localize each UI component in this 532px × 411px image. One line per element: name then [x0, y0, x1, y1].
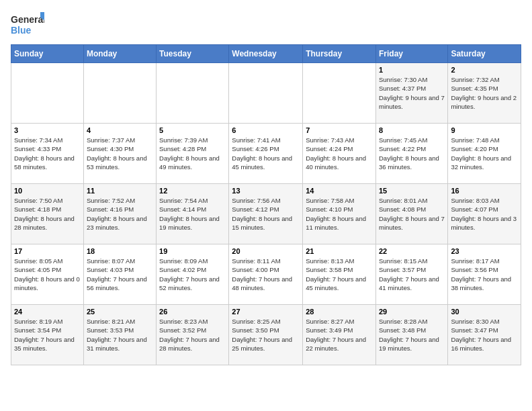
calendar-cell: 15Sunrise: 8:01 AM Sunset: 4:08 PM Dayli…: [375, 184, 447, 244]
day-number: 4: [87, 126, 153, 134]
day-info: Sunrise: 8:01 AM Sunset: 4:08 PM Dayligh…: [379, 196, 445, 232]
day-info: Sunrise: 8:23 AM Sunset: 3:52 PM Dayligh…: [159, 317, 226, 353]
calendar-week-2: 3Sunrise: 7:34 AM Sunset: 4:33 PM Daylig…: [11, 124, 521, 184]
calendar-week-4: 17Sunrise: 8:05 AM Sunset: 4:05 PM Dayli…: [11, 244, 521, 305]
calendar-cell: 9Sunrise: 7:48 AM Sunset: 4:20 PM Daylig…: [448, 124, 521, 184]
calendar-cell: 5Sunrise: 7:39 AM Sunset: 4:28 PM Daylig…: [157, 124, 229, 184]
calendar-cell: 27Sunrise: 8:25 AM Sunset: 3:50 PM Dayli…: [229, 305, 303, 365]
calendar-week-3: 10Sunrise: 7:50 AM Sunset: 4:18 PM Dayli…: [11, 184, 521, 244]
day-info: Sunrise: 7:37 AM Sunset: 4:30 PM Dayligh…: [87, 136, 153, 171]
day-info: Sunrise: 8:19 AM Sunset: 3:54 PM Dayligh…: [14, 317, 81, 353]
calendar-week-1: 1Sunrise: 7:30 AM Sunset: 4:37 PM Daylig…: [11, 63, 521, 124]
calendar-cell: 2Sunrise: 7:32 AM Sunset: 4:35 PM Daylig…: [448, 63, 521, 124]
calendar-cell: 10Sunrise: 7:50 AM Sunset: 4:18 PM Dayli…: [11, 184, 84, 244]
day-number: 5: [159, 126, 226, 134]
day-number: 10: [14, 187, 81, 195]
calendar-cell: 28Sunrise: 8:27 AM Sunset: 3:49 PM Dayli…: [303, 305, 376, 365]
calendar-cell: [229, 63, 303, 124]
day-info: Sunrise: 8:09 AM Sunset: 4:02 PM Dayligh…: [159, 257, 226, 292]
calendar-cell: 24Sunrise: 8:19 AM Sunset: 3:54 PM Dayli…: [11, 305, 84, 365]
calendar-cell: 30Sunrise: 8:30 AM Sunset: 3:47 PM Dayli…: [448, 305, 521, 365]
day-info: Sunrise: 8:30 AM Sunset: 3:47 PM Dayligh…: [451, 317, 518, 353]
calendar-cell: 6Sunrise: 7:41 AM Sunset: 4:26 PM Daylig…: [229, 124, 303, 184]
day-info: Sunrise: 8:27 AM Sunset: 3:49 PM Dayligh…: [306, 317, 373, 353]
calendar-cell: 16Sunrise: 8:03 AM Sunset: 4:07 PM Dayli…: [448, 184, 521, 244]
col-wednesday: Wednesday: [229, 45, 303, 63]
calendar-cell: [83, 63, 156, 124]
col-monday: Monday: [83, 45, 156, 63]
col-tuesday: Tuesday: [157, 45, 229, 63]
day-number: 6: [232, 126, 300, 134]
calendar-cell: [11, 63, 84, 124]
day-number: 27: [232, 308, 300, 316]
day-number: 22: [379, 247, 445, 255]
day-info: Sunrise: 7:52 AM Sunset: 4:16 PM Dayligh…: [87, 196, 153, 232]
col-thursday: Thursday: [303, 45, 376, 63]
day-info: Sunrise: 8:11 AM Sunset: 4:00 PM Dayligh…: [232, 257, 300, 292]
day-info: Sunrise: 8:05 AM Sunset: 4:05 PM Dayligh…: [14, 257, 81, 292]
calendar-week-5: 24Sunrise: 8:19 AM Sunset: 3:54 PM Dayli…: [11, 305, 521, 365]
calendar-cell: 13Sunrise: 7:56 AM Sunset: 4:12 PM Dayli…: [229, 184, 303, 244]
svg-text:General: General: [11, 14, 44, 25]
calendar-cell: 26Sunrise: 8:23 AM Sunset: 3:52 PM Dayli…: [157, 305, 229, 365]
calendar-cell: 19Sunrise: 8:09 AM Sunset: 4:02 PM Dayli…: [157, 244, 229, 305]
day-info: Sunrise: 7:30 AM Sunset: 4:37 PM Dayligh…: [379, 75, 445, 111]
day-info: Sunrise: 8:07 AM Sunset: 4:03 PM Dayligh…: [87, 257, 153, 292]
day-number: 12: [159, 187, 226, 195]
calendar-cell: [157, 63, 229, 124]
day-number: 11: [87, 187, 153, 195]
day-number: 18: [87, 247, 153, 255]
day-info: Sunrise: 7:58 AM Sunset: 4:10 PM Dayligh…: [306, 196, 373, 232]
day-number: 2: [451, 66, 518, 74]
calendar-cell: 17Sunrise: 8:05 AM Sunset: 4:05 PM Dayli…: [11, 244, 84, 305]
day-info: Sunrise: 7:39 AM Sunset: 4:28 PM Dayligh…: [159, 136, 226, 171]
calendar-cell: 22Sunrise: 8:15 AM Sunset: 3:57 PM Dayli…: [375, 244, 447, 305]
day-number: 28: [306, 308, 373, 316]
day-number: 17: [14, 247, 81, 255]
day-number: 21: [306, 247, 373, 255]
day-number: 13: [232, 187, 300, 195]
day-info: Sunrise: 7:41 AM Sunset: 4:26 PM Dayligh…: [232, 136, 300, 171]
logo-svg: General Blue: [11, 11, 44, 39]
day-number: 8: [379, 126, 445, 134]
day-number: 23: [451, 247, 518, 255]
day-number: 29: [379, 308, 445, 316]
day-number: 26: [159, 308, 226, 316]
day-number: 3: [14, 126, 81, 134]
day-info: Sunrise: 8:13 AM Sunset: 3:58 PM Dayligh…: [306, 257, 373, 292]
page-header: General Blue: [11, 11, 521, 39]
calendar-cell: 29Sunrise: 8:28 AM Sunset: 3:48 PM Dayli…: [375, 305, 447, 365]
day-number: 1: [379, 66, 445, 74]
day-number: 30: [451, 308, 518, 316]
day-info: Sunrise: 7:34 AM Sunset: 4:33 PM Dayligh…: [14, 136, 81, 171]
calendar-cell: 11Sunrise: 7:52 AM Sunset: 4:16 PM Dayli…: [83, 184, 156, 244]
day-number: 24: [14, 308, 81, 316]
day-number: 9: [451, 126, 518, 134]
day-number: 19: [159, 247, 226, 255]
calendar-header: Sunday Monday Tuesday Wednesday Thursday…: [11, 45, 521, 63]
day-info: Sunrise: 8:21 AM Sunset: 3:53 PM Dayligh…: [87, 317, 153, 353]
day-info: Sunrise: 7:32 AM Sunset: 4:35 PM Dayligh…: [451, 75, 518, 111]
day-info: Sunrise: 7:45 AM Sunset: 4:22 PM Dayligh…: [379, 136, 445, 171]
calendar-cell: 21Sunrise: 8:13 AM Sunset: 3:58 PM Dayli…: [303, 244, 376, 305]
calendar-cell: 23Sunrise: 8:17 AM Sunset: 3:56 PM Dayli…: [448, 244, 521, 305]
calendar-cell: 3Sunrise: 7:34 AM Sunset: 4:33 PM Daylig…: [11, 124, 84, 184]
day-info: Sunrise: 7:48 AM Sunset: 4:20 PM Dayligh…: [451, 136, 518, 171]
header-row: Sunday Monday Tuesday Wednesday Thursday…: [11, 45, 521, 63]
calendar-cell: [303, 63, 376, 124]
day-info: Sunrise: 8:25 AM Sunset: 3:50 PM Dayligh…: [232, 317, 300, 353]
calendar-table: Sunday Monday Tuesday Wednesday Thursday…: [11, 44, 521, 365]
col-saturday: Saturday: [448, 45, 521, 63]
day-number: 14: [306, 187, 373, 195]
day-number: 25: [87, 308, 153, 316]
day-info: Sunrise: 7:54 AM Sunset: 4:14 PM Dayligh…: [159, 196, 226, 232]
col-friday: Friday: [375, 45, 447, 63]
day-info: Sunrise: 8:28 AM Sunset: 3:48 PM Dayligh…: [379, 317, 445, 353]
col-sunday: Sunday: [11, 45, 84, 63]
calendar-cell: 1Sunrise: 7:30 AM Sunset: 4:37 PM Daylig…: [375, 63, 447, 124]
calendar-cell: 4Sunrise: 7:37 AM Sunset: 4:30 PM Daylig…: [83, 124, 156, 184]
svg-text:Blue: Blue: [11, 25, 32, 36]
calendar-body: 1Sunrise: 7:30 AM Sunset: 4:37 PM Daylig…: [11, 63, 521, 365]
calendar-cell: 8Sunrise: 7:45 AM Sunset: 4:22 PM Daylig…: [375, 124, 447, 184]
day-info: Sunrise: 7:56 AM Sunset: 4:12 PM Dayligh…: [232, 196, 300, 232]
